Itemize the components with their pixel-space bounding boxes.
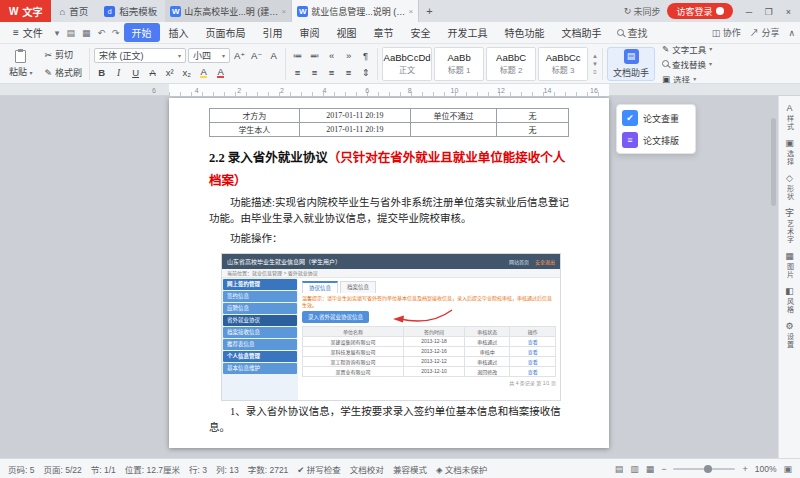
underline-button[interactable]: U: [128, 66, 143, 80]
document-tab-inactive[interactable]: W 山东高校毕业...明 (建筑系) ×: [165, 0, 292, 22]
cut-button[interactable]: ✂ 剪切: [42, 47, 86, 62]
style-preset[interactable]: AaBbC 标题 2: [486, 47, 536, 81]
ribbon-tab[interactable]: 章节: [366, 23, 402, 42]
print-icon[interactable]: ▦: [79, 28, 94, 38]
rail-image-button[interactable]: ▦ 图片: [785, 252, 795, 279]
maximize-button[interactable]: ❐: [760, 7, 777, 17]
undo-icon[interactable]: ↶: [94, 28, 108, 38]
paragraph-step[interactable]: 1、录入省外协议信息，学生按要求录入签约单位基本信息和档案接收信息。: [209, 404, 569, 437]
collaborate-button[interactable]: ◫ 协作: [712, 26, 741, 39]
font-family-select[interactable]: 宋体 (正文) ▾: [94, 48, 186, 63]
font-color-button[interactable]: A: [213, 66, 228, 80]
rail-style-button[interactable]: A 样式: [785, 104, 795, 131]
fit-page-icon[interactable]: ▣: [783, 464, 792, 474]
text-tool-button[interactable]: ✎ 文字工具 ▾: [659, 44, 715, 55]
doc-assistant-button[interactable]: ▤ 文档助手: [607, 47, 655, 81]
gallery-more-icon[interactable]: ≡: [593, 69, 597, 75]
decrease-font-icon[interactable]: A⁻: [249, 48, 264, 62]
ribbon-tab[interactable]: 审阅: [292, 23, 328, 42]
align-center-icon[interactable]: ≡: [307, 65, 322, 79]
tab-docer-templates[interactable]: d 稻壳模板: [96, 0, 165, 22]
new-tab-button[interactable]: +: [419, 5, 439, 17]
rail-settings-button[interactable]: ⚙ 设置: [785, 322, 795, 349]
justify-icon[interactable]: ≡: [341, 65, 356, 79]
rail-select-button[interactable]: ▣ 选择: [785, 139, 795, 166]
paste-button[interactable]: 粘贴 ▾: [4, 49, 38, 79]
section-heading[interactable]: 2.2 录入省外就业协议（只针对在省外就业且就业单位能接收个人档案）: [209, 147, 569, 192]
align-right-icon[interactable]: ≡: [324, 65, 339, 79]
superscript-button[interactable]: x²: [162, 66, 177, 80]
zoom-slider-thumb[interactable]: [704, 465, 712, 473]
paper-check-button[interactable]: ✔ 论文查重: [622, 110, 690, 126]
find-replace-button[interactable]: 查找替换 ▾: [659, 58, 715, 70]
bullet-list-icon[interactable]: ≔: [290, 48, 305, 62]
gallery-up-icon[interactable]: ▲: [592, 53, 598, 59]
numbered-list-icon[interactable]: ≕: [307, 48, 322, 62]
zoom-out-icon[interactable]: −: [661, 464, 666, 474]
zoom-slider[interactable]: [673, 468, 735, 470]
strikethrough-button[interactable]: A: [145, 66, 160, 80]
proofread-toggle[interactable]: 文档校对: [350, 463, 384, 475]
file-menu[interactable]: ≡ 文件: [5, 23, 51, 42]
bold-button[interactable]: B: [94, 66, 109, 80]
increase-font-icon[interactable]: A⁺: [232, 48, 247, 62]
ribbon-tab[interactable]: 引用: [255, 23, 291, 42]
ribbon-tab[interactable]: 安全: [403, 23, 439, 42]
spellcheck-toggle[interactable]: ✔ 拼写检查: [297, 463, 341, 475]
paragraph-description[interactable]: 功能描述:实现省内院校毕业生与省外非系统注册单位落实就业后信息登记功能。由毕业生…: [209, 195, 569, 228]
wps-logo[interactable]: W 文字: [0, 0, 51, 22]
zoom-level[interactable]: 100%: [755, 464, 777, 474]
zoom-in-icon[interactable]: +: [742, 464, 747, 474]
paragraph-mark-icon[interactable]: ¶: [358, 48, 373, 62]
horizontal-ruler[interactable]: 642246810121416: [0, 84, 800, 96]
ribbon-tab[interactable]: 开发工具: [440, 23, 496, 42]
paper-layout-button[interactable]: ≡ 论文排版: [622, 132, 690, 148]
visitor-login-button[interactable]: 访客登录: [667, 3, 733, 19]
select-button[interactable]: ▣ 选择 ▾: [659, 73, 715, 85]
vertical-scrollbar[interactable]: [770, 96, 777, 458]
web-view-icon[interactable]: ▦: [646, 464, 655, 474]
audit-table[interactable]: 才方为 2017-01-11 20:19 单位不通过 无 学生本人 2017-0…: [209, 108, 569, 137]
style-preset[interactable]: AaBb 标题 1: [434, 47, 484, 81]
gallery-down-icon[interactable]: ▼: [592, 61, 598, 67]
collapse-ribbon-icon[interactable]: ∧: [788, 28, 795, 38]
rail-theme-button[interactable]: ◧ 风格: [785, 287, 795, 314]
protection-status[interactable]: ◈ 文档未保护: [436, 463, 487, 475]
increase-indent-icon[interactable]: »: [341, 48, 356, 62]
clear-format-icon[interactable]: A: [266, 48, 281, 62]
font-size-select[interactable]: 小四 ▾: [188, 48, 230, 63]
italic-button[interactable]: I: [111, 66, 126, 80]
ribbon-tab[interactable]: 特色功能: [497, 23, 553, 42]
sync-status-button[interactable]: ↻ 未同步: [624, 5, 661, 18]
decrease-indent-icon[interactable]: «: [324, 48, 339, 62]
rail-wordart-button[interactable]: 字 艺术字: [785, 209, 795, 244]
style-preset[interactable]: AaBbCcDd 正文: [382, 47, 432, 81]
ribbon-tab[interactable]: 视图: [329, 23, 365, 42]
tab-home[interactable]: ⌂ 首页: [51, 0, 96, 22]
minimize-button[interactable]: ─: [740, 7, 757, 17]
redo-icon[interactable]: ↷: [109, 28, 123, 38]
highlight-color-button[interactable]: A: [196, 66, 211, 80]
ribbon-tab[interactable]: 页面布局: [198, 23, 254, 42]
tab-close-icon[interactable]: ×: [282, 7, 287, 16]
save-icon[interactable]: ▤: [63, 28, 78, 38]
ribbon-tab[interactable]: 插入: [161, 23, 197, 42]
paragraph-operation[interactable]: 功能操作：: [209, 231, 569, 247]
toolbar-customize-icon[interactable]: ▾: [52, 28, 63, 38]
share-button[interactable]: ↗ 分享: [750, 26, 780, 39]
format-painter-button[interactable]: ✎ 格式刷: [42, 65, 86, 80]
rail-shape-button[interactable]: ◇ 形状: [785, 174, 795, 201]
document-tab-active[interactable]: W 就业信息管理...说明 (必看) ×: [292, 0, 419, 22]
subscript-button[interactable]: x₂: [179, 66, 194, 80]
document-page[interactable]: 才方为 2017-01-11 20:19 单位不通过 无 学生本人 2017-0…: [169, 98, 609, 448]
align-left-icon[interactable]: ≡: [290, 65, 305, 79]
command-search[interactable]: 查找: [611, 25, 654, 40]
ribbon-tab-home[interactable]: 开始: [124, 23, 160, 42]
tab-close-icon[interactable]: ×: [409, 7, 414, 16]
style-preset[interactable]: AaBbCc 标题 3: [538, 47, 588, 81]
outline-view-icon[interactable]: ▥: [630, 464, 639, 474]
close-button[interactable]: ×: [780, 7, 797, 17]
ribbon-tab[interactable]: 文档助手: [554, 23, 610, 42]
page-view-icon[interactable]: ▤: [615, 464, 624, 474]
scrollbar-thumb[interactable]: [771, 118, 776, 206]
